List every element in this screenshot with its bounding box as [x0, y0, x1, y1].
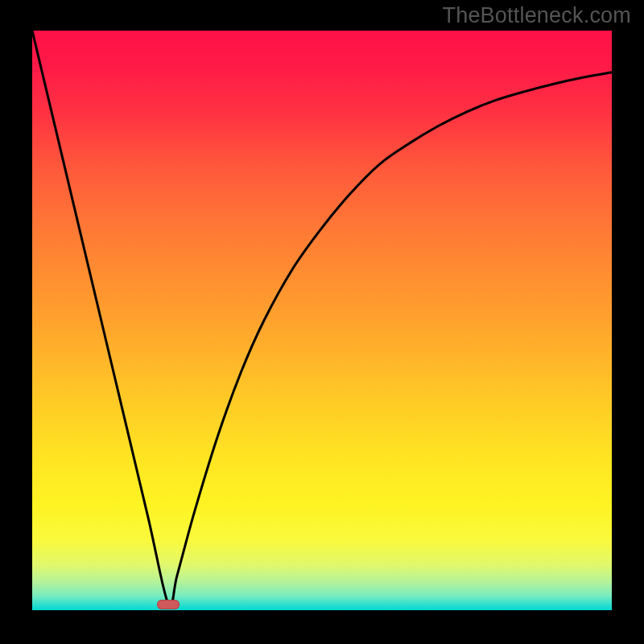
- optimum-marker: [157, 600, 180, 609]
- curve-path: [32, 31, 612, 607]
- attribution-label: TheBottleneck.com: [442, 3, 631, 28]
- chart-frame: TheBottleneck.com: [0, 0, 644, 644]
- plot-area: [32, 31, 612, 610]
- curve-svg: [32, 31, 612, 610]
